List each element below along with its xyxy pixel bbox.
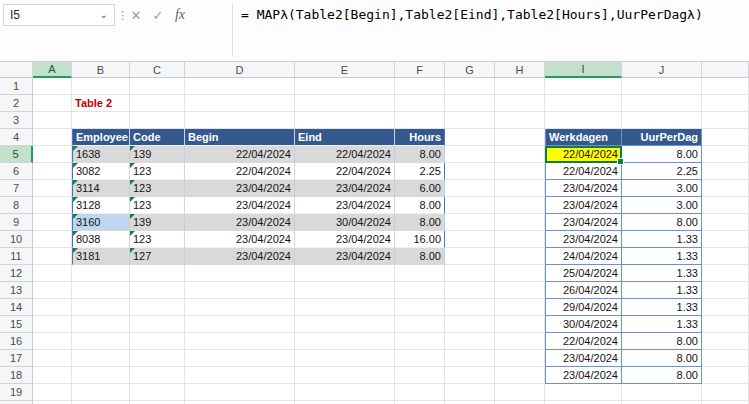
cell-C17[interactable] — [130, 350, 185, 367]
cell-filler-8[interactable] — [702, 197, 749, 214]
row-header-10[interactable]: 10 — [0, 231, 33, 248]
cell-G1[interactable] — [445, 78, 495, 95]
cell-F13[interactable] — [395, 282, 445, 299]
cell-C2[interactable] — [130, 95, 185, 112]
cell-F4[interactable]: Hours — [395, 129, 445, 146]
cell-F17[interactable] — [395, 350, 445, 367]
cell-A12[interactable] — [33, 265, 72, 282]
cell-A11[interactable] — [33, 248, 72, 265]
cell-I13[interactable]: 26/04/2024 — [545, 282, 622, 299]
cell-J19[interactable] — [622, 384, 702, 401]
cell-A7[interactable] — [33, 180, 72, 197]
cell-G12[interactable] — [445, 265, 495, 282]
cell-F19[interactable] — [395, 384, 445, 401]
cell-F1[interactable] — [395, 78, 445, 95]
cell-H13[interactable] — [495, 282, 545, 299]
cell-I3[interactable] — [545, 112, 622, 129]
cell-D12[interactable] — [185, 265, 295, 282]
cell-E7[interactable]: 23/04/2024 — [295, 180, 395, 197]
cell-D3[interactable] — [185, 112, 295, 129]
cell-G18[interactable] — [445, 367, 495, 384]
cell-C10[interactable]: 123 — [130, 231, 185, 248]
cell-D13[interactable] — [185, 282, 295, 299]
cell-E4[interactable]: Eind — [295, 129, 395, 146]
cell-D15[interactable] — [185, 316, 295, 333]
cell-H4[interactable] — [495, 129, 545, 146]
cell-filler-14[interactable] — [702, 299, 749, 316]
row-header-5[interactable]: 5 — [0, 146, 33, 163]
cell-E17[interactable] — [295, 350, 395, 367]
cell-I18[interactable]: 23/04/2024 — [545, 367, 622, 384]
cell-H16[interactable] — [495, 333, 545, 350]
cell-I6[interactable]: 22/04/2024 — [545, 163, 622, 180]
cell-J9[interactable]: 8.00 — [622, 214, 702, 231]
cell-C4[interactable]: Code — [130, 129, 185, 146]
name-box-dropdown-icon[interactable]: ⌄ — [100, 10, 108, 20]
cell-B13[interactable] — [72, 282, 130, 299]
cell-I8[interactable]: 23/04/2024 — [545, 197, 622, 214]
cell-H17[interactable] — [495, 350, 545, 367]
cell-G8[interactable] — [445, 197, 495, 214]
cell-B5[interactable]: 1638 — [72, 146, 130, 163]
cell-B19[interactable] — [72, 384, 130, 401]
cell-H14[interactable] — [495, 299, 545, 316]
cell-H2[interactable] — [495, 95, 545, 112]
cell-I19[interactable] — [545, 384, 622, 401]
cell-D16[interactable] — [185, 333, 295, 350]
cell-C5[interactable]: 139 — [130, 146, 185, 163]
cell-E16[interactable] — [295, 333, 395, 350]
cell-D10[interactable]: 23/04/2024 — [185, 231, 295, 248]
cell-F6[interactable]: 2.25 — [395, 163, 445, 180]
cell-B7[interactable]: 3114 — [72, 180, 130, 197]
cell-B18[interactable] — [72, 367, 130, 384]
cell-A8[interactable] — [33, 197, 72, 214]
cell-G2[interactable] — [445, 95, 495, 112]
cell-B1[interactable] — [72, 78, 130, 95]
cell-I2[interactable] — [545, 95, 622, 112]
column-header-A[interactable]: A — [33, 62, 72, 78]
cell-F8[interactable]: 8.00 — [395, 197, 445, 214]
cell-E3[interactable] — [295, 112, 395, 129]
cell-J3[interactable] — [622, 112, 702, 129]
cell-D8[interactable]: 23/04/2024 — [185, 197, 295, 214]
cell-B6[interactable]: 3082 — [72, 163, 130, 180]
cell-J12[interactable]: 1.33 — [622, 265, 702, 282]
cell-D19[interactable] — [185, 384, 295, 401]
cell-J15[interactable]: 1.33 — [622, 316, 702, 333]
cell-G17[interactable] — [445, 350, 495, 367]
cell-D11[interactable]: 23/04/2024 — [185, 248, 295, 265]
cell-E19[interactable] — [295, 384, 395, 401]
cell-C16[interactable] — [130, 333, 185, 350]
cell-E14[interactable] — [295, 299, 395, 316]
cell-C7[interactable]: 123 — [130, 180, 185, 197]
cell-B12[interactable] — [72, 265, 130, 282]
select-all-corner[interactable] — [0, 62, 33, 78]
cell-I12[interactable]: 25/04/2024 — [545, 265, 622, 282]
cell-J7[interactable]: 3.00 — [622, 180, 702, 197]
cell-E6[interactable]: 22/04/2024 — [295, 163, 395, 180]
cell-C19[interactable] — [130, 384, 185, 401]
cell-G3[interactable] — [445, 112, 495, 129]
cell-J17[interactable]: 8.00 — [622, 350, 702, 367]
row-header-18[interactable]: 18 — [0, 367, 33, 384]
cell-E2[interactable] — [295, 95, 395, 112]
cell-A19[interactable] — [33, 384, 72, 401]
formula-input[interactable]: = MAPλ(Table2[Begin],Table2[Eind],Table2… — [241, 7, 703, 22]
cell-C13[interactable] — [130, 282, 185, 299]
cell-E12[interactable] — [295, 265, 395, 282]
cell-A1[interactable] — [33, 78, 72, 95]
cell-I5[interactable]: 22/04/2024 — [545, 146, 622, 163]
row-header-16[interactable]: 16 — [0, 333, 33, 350]
cell-F9[interactable]: 8.00 — [395, 214, 445, 231]
cell-filler-12[interactable] — [702, 265, 749, 282]
cell-J5[interactable]: 8.00 — [622, 146, 702, 163]
cell-A6[interactable] — [33, 163, 72, 180]
cell-F18[interactable] — [395, 367, 445, 384]
column-header-I[interactable]: I — [545, 62, 622, 78]
row-header-14[interactable]: 14 — [0, 299, 33, 316]
cell-filler-6[interactable] — [702, 163, 749, 180]
cell-A2[interactable] — [33, 95, 72, 112]
column-header-J[interactable]: J — [622, 62, 702, 78]
cell-H6[interactable] — [495, 163, 545, 180]
cell-G13[interactable] — [445, 282, 495, 299]
